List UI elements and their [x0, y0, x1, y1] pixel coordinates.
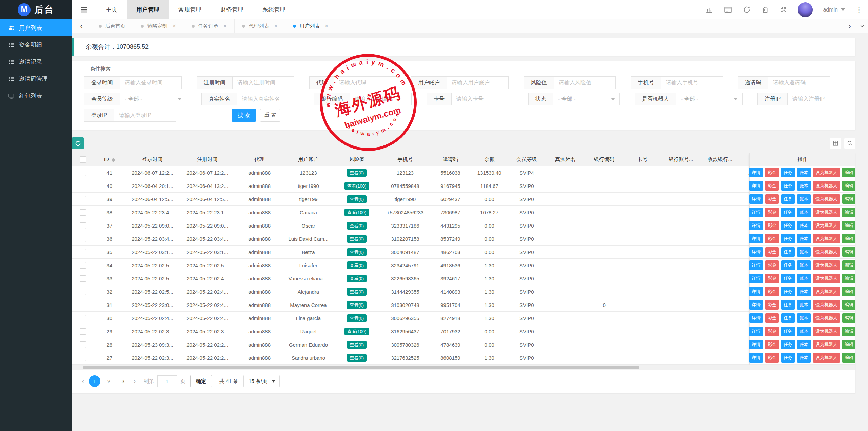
- detail-button[interactable]: 详情: [749, 194, 763, 204]
- detail-button[interactable]: 详情: [749, 353, 763, 363]
- ledger-button[interactable]: 账本: [797, 313, 811, 323]
- detail-button[interactable]: 详情: [749, 234, 763, 243]
- chart-icon[interactable]: [705, 5, 713, 14]
- field-member-level-select[interactable]: - 全部 -: [120, 93, 186, 105]
- bonus-button[interactable]: 彩金: [765, 208, 779, 217]
- task-button[interactable]: 任务: [781, 208, 795, 217]
- card-icon[interactable]: [724, 5, 732, 14]
- set-robot-button[interactable]: 设为机器人: [813, 194, 840, 204]
- edit-button[interactable]: 编辑: [842, 340, 855, 349]
- ledger-button[interactable]: 账本: [797, 181, 811, 191]
- set-robot-button[interactable]: 设为机器人: [813, 208, 840, 217]
- task-button[interactable]: 任务: [781, 260, 795, 270]
- risk-view-badge[interactable]: 查看(100): [344, 328, 369, 335]
- trash-icon[interactable]: [761, 6, 769, 14]
- sidebar-item-invite-records[interactable]: 邀请记录: [0, 53, 72, 70]
- bonus-button[interactable]: 彩金: [765, 353, 779, 363]
- row-checkbox[interactable]: [80, 170, 86, 176]
- set-robot-button[interactable]: 设为机器人: [813, 181, 840, 191]
- ledger-button[interactable]: 账本: [797, 340, 811, 349]
- reset-button[interactable]: 重 置: [260, 109, 280, 122]
- nav-item-finance-manage[interactable]: 财务管理: [211, 0, 253, 19]
- risk-view-badge[interactable]: 查看(0): [347, 301, 367, 309]
- task-button[interactable]: 任务: [781, 221, 795, 230]
- bonus-button[interactable]: 彩金: [765, 313, 779, 323]
- col-header[interactable]: ID: [94, 153, 125, 166]
- task-button[interactable]: 任务: [781, 194, 795, 204]
- risk-view-badge[interactable]: 查看(0): [347, 195, 367, 203]
- task-button[interactable]: 任务: [781, 274, 795, 283]
- columns-toggle-icon[interactable]: [830, 138, 841, 149]
- tab-admin-home[interactable]: 后台首页: [91, 19, 133, 33]
- ledger-button[interactable]: 账本: [797, 221, 811, 230]
- ledger-button[interactable]: 账本: [797, 300, 811, 310]
- field-risk-value-input[interactable]: [554, 76, 616, 89]
- detail-button[interactable]: 详情: [749, 300, 763, 310]
- row-checkbox[interactable]: [80, 196, 86, 202]
- tabs-scroll-left-icon[interactable]: ‹: [72, 19, 91, 33]
- nav-item-system-manage[interactable]: 系统管理: [253, 0, 295, 19]
- user-menu[interactable]: admin: [823, 7, 845, 13]
- nav-item-general-manage[interactable]: 常规管理: [169, 0, 211, 19]
- row-checkbox[interactable]: [80, 209, 86, 216]
- task-button[interactable]: 任务: [781, 340, 795, 349]
- nav-item-home[interactable]: 主页: [96, 0, 127, 19]
- task-button[interactable]: 任务: [781, 181, 795, 191]
- tabs-scroll-right-icon[interactable]: ›: [844, 19, 856, 33]
- risk-view-badge[interactable]: 查看(0): [347, 222, 367, 230]
- bonus-button[interactable]: 彩金: [765, 221, 779, 230]
- ledger-button[interactable]: 账本: [797, 260, 811, 270]
- field-register-time-input[interactable]: [233, 76, 294, 89]
- row-checkbox[interactable]: [80, 236, 86, 242]
- detail-button[interactable]: 详情: [749, 260, 763, 270]
- kebab-menu-icon[interactable]: ⋮: [855, 6, 863, 14]
- bonus-button[interactable]: 彩金: [765, 181, 779, 191]
- row-checkbox[interactable]: [80, 249, 86, 255]
- set-robot-button[interactable]: 设为机器人: [813, 300, 840, 310]
- risk-view-badge[interactable]: 查看(0): [347, 235, 367, 243]
- risk-view-badge[interactable]: 查看(0): [347, 261, 367, 269]
- set-robot-button[interactable]: 设为机器人: [813, 234, 840, 243]
- ledger-button[interactable]: 账本: [797, 327, 811, 336]
- task-button[interactable]: 任务: [781, 247, 795, 257]
- field-phone-input[interactable]: [661, 76, 723, 89]
- page-jump-input[interactable]: [157, 375, 177, 387]
- set-robot-button[interactable]: 设为机器人: [813, 313, 840, 323]
- tab-strategy[interactable]: 策略定制✕: [133, 19, 184, 33]
- field-status-select[interactable]: - 全部 -: [553, 93, 620, 105]
- tabs-menu-icon[interactable]: [856, 19, 868, 33]
- field-invite-code-input[interactable]: [768, 76, 830, 89]
- bonus-button[interactable]: 彩金: [765, 168, 779, 177]
- tab-task-orders[interactable]: 任务订单✕: [184, 19, 235, 33]
- edit-button[interactable]: 编辑: [842, 181, 855, 191]
- edit-button[interactable]: 编辑: [842, 221, 855, 230]
- detail-button[interactable]: 详情: [749, 181, 763, 191]
- set-robot-button[interactable]: 设为机器人: [813, 274, 840, 283]
- field-card-no-input[interactable]: [452, 93, 513, 105]
- detail-button[interactable]: 详情: [749, 221, 763, 230]
- task-button[interactable]: 任务: [781, 300, 795, 310]
- page-1[interactable]: 1: [89, 375, 100, 387]
- risk-view-badge[interactable]: 查看(0): [347, 275, 367, 282]
- task-button[interactable]: 任务: [781, 287, 795, 296]
- ledger-button[interactable]: 账本: [797, 287, 811, 296]
- detail-button[interactable]: 详情: [749, 313, 763, 323]
- bonus-button[interactable]: 彩金: [765, 194, 779, 204]
- sidebar-item-invite-code-manage[interactable]: 邀请码管理: [0, 70, 72, 87]
- bonus-button[interactable]: 彩金: [765, 260, 779, 270]
- menu-toggle-icon[interactable]: [72, 0, 96, 19]
- risk-view-badge[interactable]: 查看(0): [347, 248, 367, 256]
- risk-view-badge[interactable]: 查看(0): [347, 354, 367, 362]
- row-checkbox[interactable]: [80, 222, 86, 229]
- task-button[interactable]: 任务: [781, 353, 795, 363]
- edit-button[interactable]: 编辑: [842, 260, 855, 270]
- ledger-button[interactable]: 账本: [797, 234, 811, 243]
- row-checkbox[interactable]: [80, 183, 86, 189]
- field-real-name-input[interactable]: [237, 93, 299, 105]
- task-button[interactable]: 任务: [781, 327, 795, 336]
- search-toggle-icon[interactable]: [844, 138, 855, 149]
- field-agent-input[interactable]: [334, 76, 396, 89]
- bonus-button[interactable]: 彩金: [765, 234, 779, 243]
- refresh-icon[interactable]: [743, 5, 751, 14]
- edit-button[interactable]: 编辑: [842, 247, 855, 257]
